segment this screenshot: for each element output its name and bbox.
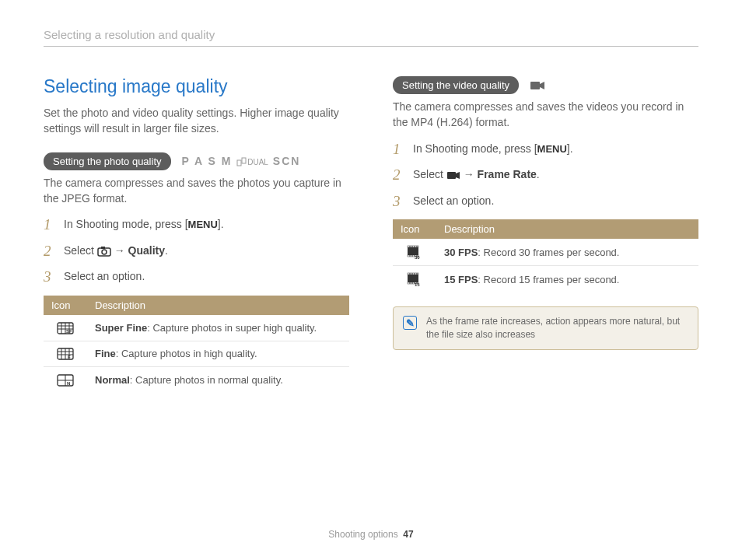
- opt-desc: : Record 15 frames per second.: [478, 274, 619, 285]
- table-row: 15 15 FPS: Record 15 frames per second.: [393, 266, 698, 293]
- mode-indicators: P A S M DUAL SCN: [182, 155, 301, 167]
- photo-step-1: In Shooting mode, press [MENU].: [44, 217, 349, 233]
- video-step-2: Select → Frame Rate.: [393, 167, 698, 183]
- video-step-1: In Shooting mode, press [MENU].: [393, 142, 698, 157]
- photo-quality-pill: Setting the photo quality: [44, 152, 171, 170]
- video-step-3: Select an option.: [393, 194, 698, 209]
- opt-desc: : Record 30 frames per second.: [478, 247, 619, 258]
- fps30-icon: 30: [406, 245, 423, 259]
- opt-title: Fine: [95, 348, 116, 359]
- svg-rect-24: [447, 172, 456, 179]
- svg-text:SF: SF: [66, 329, 72, 334]
- page-footer: Shooting options 47: [0, 529, 742, 540]
- breadcrumb: Selecting a resolution and quality: [44, 28, 698, 47]
- svg-point-4: [102, 250, 107, 254]
- step-text: In Shooting mode, press [: [64, 218, 188, 230]
- table-row: N Normal: Capture photos in normal quali…: [44, 367, 349, 393]
- opt-title: Normal: [95, 374, 130, 386]
- video-options-table: Icon Description 30 30 FPS: Record 30 fr…: [393, 219, 698, 292]
- superfine-icon: SF: [57, 322, 74, 334]
- photo-step-3: Select an option.: [44, 269, 349, 285]
- opt-title: 15 FPS: [444, 274, 478, 285]
- step-text: .: [537, 168, 540, 180]
- table-row: 30 30 FPS: Record 30 frames per second.: [393, 239, 698, 266]
- svg-rect-3: [101, 247, 105, 249]
- opt-title: 30 FPS: [444, 247, 478, 258]
- videocam-icon: [446, 170, 460, 180]
- th-desc: Description: [87, 296, 349, 315]
- svg-text:N: N: [67, 381, 70, 386]
- mode-letters: P A S M: [182, 155, 233, 167]
- note-box: ✎ As the frame rate increases, action ap…: [393, 306, 698, 350]
- opt-desc: : Capture photos in super high quality.: [147, 322, 317, 334]
- step-text: Select: [64, 244, 97, 257]
- photo-desc: The camera compresses and saves the phot…: [44, 175, 349, 207]
- svg-text:F: F: [68, 355, 71, 359]
- step-text: Select: [413, 168, 446, 180]
- right-column: Setting the video quality The camera com…: [393, 76, 698, 393]
- opt-desc: : Capture photos in high quality.: [116, 348, 257, 359]
- step-text: In Shooting mode, press [: [413, 142, 537, 155]
- th-icon: Icon: [44, 296, 87, 315]
- opt-desc: : Capture photos in normal quality.: [130, 374, 283, 386]
- fine-icon: F: [57, 348, 74, 360]
- th-icon: Icon: [393, 219, 436, 239]
- photo-options-table: Icon Description SF Super Fine: Capture …: [44, 296, 349, 393]
- menu-label: MENU: [537, 143, 567, 155]
- table-row: F Fine: Capture photos in high quality.: [44, 341, 349, 367]
- opt-title: Super Fine: [95, 322, 147, 334]
- step-arrow: →: [460, 168, 478, 180]
- left-column: Selecting image quality Set the photo an…: [44, 76, 349, 393]
- step-text: .: [165, 244, 168, 257]
- camera-icon: [97, 246, 111, 257]
- svg-text:15: 15: [415, 282, 420, 286]
- menu-label: MENU: [188, 219, 218, 230]
- mode-scn: SCN: [273, 155, 301, 167]
- fps15-icon: 15: [406, 272, 423, 286]
- frame-rate-label: Frame Rate: [478, 168, 537, 180]
- step-text: ].: [218, 218, 224, 230]
- quality-label: Quality: [128, 244, 165, 257]
- footer-section: Shooting options: [328, 529, 397, 540]
- th-desc: Description: [436, 219, 698, 239]
- page-title: Selecting image quality: [44, 76, 349, 97]
- dual-mode-icon: [236, 157, 247, 166]
- step-text: ].: [567, 142, 573, 155]
- video-desc: The camera compresses and saves the vide…: [393, 99, 698, 131]
- svg-rect-1: [242, 158, 246, 163]
- table-row: SF Super Fine: Capture photos in super h…: [44, 315, 349, 341]
- svg-rect-23: [530, 82, 540, 89]
- intro-text: Set the photo and video quality settings…: [44, 105, 349, 137]
- video-mode-icon: [530, 80, 545, 91]
- photo-step-2: Select → Quality.: [44, 243, 349, 259]
- page-number: 47: [403, 529, 413, 540]
- normal-icon: N: [57, 374, 74, 387]
- note-text: As the frame rate increases, action appe…: [426, 315, 688, 341]
- note-icon: ✎: [403, 316, 417, 330]
- svg-text:30: 30: [415, 255, 420, 259]
- video-quality-pill: Setting the video quality: [393, 76, 519, 94]
- svg-rect-0: [237, 160, 241, 166]
- step-arrow: →: [111, 244, 128, 257]
